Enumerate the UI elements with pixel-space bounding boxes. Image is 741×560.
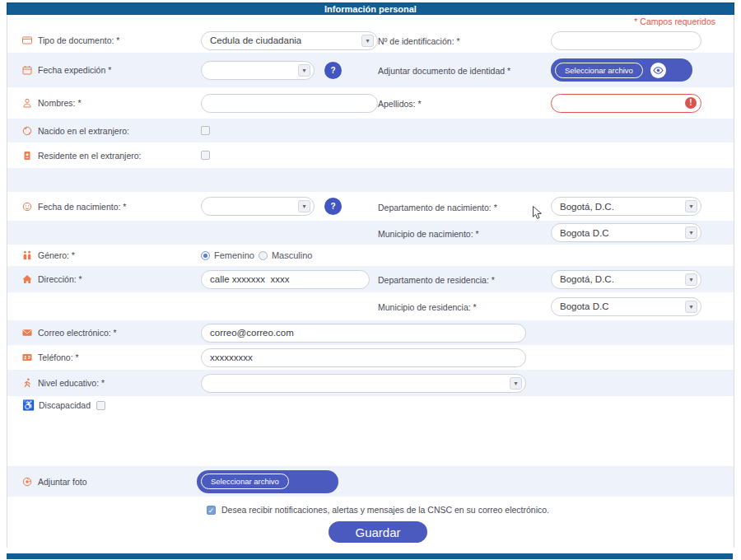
row-nivel-educativo: Nivel educativo: * ▾	[7, 370, 734, 396]
municipio-nacimiento-value: Bogota D.C	[560, 228, 608, 238]
spacer-white	[7, 414, 734, 466]
nombres-label: Nombres: *	[38, 98, 82, 108]
radio-femenino[interactable]	[201, 251, 210, 260]
row-nacimiento: Fecha de nacimiento: * ▾ ? Departamento …	[7, 192, 734, 221]
municipio-nacimiento-select[interactable]: Bogota D.C ▾	[551, 223, 701, 242]
adjuntar-documento-label: Adjuntar documento de identidad *	[378, 66, 510, 76]
fecha-nacimiento-select[interactable]: ▾	[201, 197, 315, 216]
row-genero: Género: * Femenino Masculino	[7, 245, 734, 266]
seleccionar-archivo-button[interactable]: Seleccionar archivo	[555, 63, 643, 78]
fecha-nacimiento-label: Fecha de nacimiento: *	[38, 202, 126, 212]
error-icon: !	[685, 97, 697, 109]
wheelchair-icon: ♿	[22, 400, 33, 410]
nivel-educativo-label: Nivel educativo: *	[38, 378, 105, 388]
row-notificaciones: ✓ Desea recibir notificaciones, alertas …	[7, 503, 734, 516]
bottom-bar	[7, 553, 733, 559]
chevron-down-icon[interactable]: ▾	[298, 64, 310, 77]
fecha-expedicion-select[interactable]: ▾	[201, 61, 315, 80]
personal-info-form-page: { "header": { "title": "Información pers…	[0, 0, 741, 560]
nacido-extranjero-checkbox[interactable]	[201, 126, 210, 135]
row-adjuntar-foto: Adjuntar foto Seleccionar archivo	[7, 466, 734, 497]
fecha-expedicion-label: Fecha expedición *	[38, 65, 111, 75]
adjuntar-foto-label: Adjuntar foto	[38, 477, 87, 487]
num-identificacion-input[interactable]	[551, 31, 701, 50]
row-correo: Correo electrónico: *	[7, 320, 734, 345]
form-title-bar: Información personal	[7, 2, 734, 15]
row-municipio-nacimiento: Municipio de nacimiento: * Bogota D.C ▾	[7, 221, 734, 245]
departamento-nacimiento-value: Bogotá, D.C.	[560, 202, 614, 212]
row-expedicion: Fecha expedición * ▾ ? Adjuntar document…	[7, 53, 734, 87]
nivel-educativo-select[interactable]: ▾	[201, 374, 526, 393]
correo-label: Correo electrónico: *	[38, 328, 117, 338]
telefono-label: Teléfono: *	[38, 352, 79, 362]
form-panel: * Campos requeridos Tipo de documento: *…	[7, 15, 734, 548]
departamento-nacimiento-select[interactable]: Bogotá, D.C. ▾	[551, 197, 701, 216]
contact-card-icon	[22, 352, 32, 362]
save-button[interactable]: Guardar	[329, 521, 427, 543]
direccion-label: Dirección: *	[38, 274, 82, 284]
departamento-residencia-label: Departamento de residencia: *	[378, 275, 495, 285]
chevron-down-icon[interactable]: ▾	[298, 200, 310, 212]
camera-icon	[22, 477, 32, 487]
municipio-residencia-select[interactable]: Bogota D.C ▾	[551, 297, 701, 316]
row-residente-extranjero: Residente en el extranjero:	[7, 142, 734, 168]
departamento-residencia-value: Bogotá, D.C.	[560, 274, 614, 284]
apellidos-input[interactable]: !	[551, 94, 701, 113]
discapacidad-checkbox[interactable]	[96, 401, 105, 410]
tipo-documento-value: Cedula de ciudadania	[210, 35, 301, 45]
user-icon	[22, 98, 32, 108]
row-nombres: Nombres: * Apellidos: * !	[7, 87, 734, 119]
seleccionar-archivo-button[interactable]: Seleccionar archivo	[201, 474, 289, 489]
gender-icon	[22, 250, 32, 260]
radio-masculino-label: Masculino	[272, 250, 313, 260]
notificaciones-label: Desea recibir notificaciones, alertas y …	[221, 505, 549, 515]
row-nacido-extranjero: Nacido en el extranjero:	[7, 119, 734, 142]
chevron-down-icon[interactable]: ▾	[685, 200, 697, 212]
nombres-input[interactable]	[201, 94, 378, 113]
mail-icon	[22, 328, 32, 338]
discapacidad-label: Discapacidad	[39, 400, 91, 410]
globe-icon	[22, 126, 32, 136]
required-fields-note: * Campos requeridos	[634, 16, 715, 26]
residente-extranjero-label: Residente en el extranjero:	[38, 151, 142, 161]
id-card-icon	[22, 35, 32, 45]
radio-masculino[interactable]	[259, 251, 268, 260]
face-icon	[22, 202, 32, 212]
nacido-extranjero-label: Nacido en el extranjero:	[38, 126, 129, 136]
chevron-down-icon[interactable]: ▾	[685, 301, 697, 313]
calendar-icon	[22, 65, 32, 75]
tipo-documento-select[interactable]: Cedula de ciudadania ▾	[201, 31, 378, 50]
direccion-input[interactable]	[201, 270, 370, 289]
row-telefono: Teléfono: *	[7, 345, 734, 370]
tipo-documento-label: Tipo de documento: *	[38, 35, 119, 45]
chevron-down-icon[interactable]: ▾	[685, 226, 697, 239]
apellidos-label: Apellidos: *	[378, 99, 422, 109]
telefono-input[interactable]	[201, 348, 526, 367]
passport-icon	[22, 151, 32, 161]
eye-icon[interactable]	[650, 63, 666, 78]
home-icon	[22, 274, 32, 284]
radio-femenino-label: Femenino	[214, 250, 254, 260]
chevron-down-icon[interactable]: ▾	[361, 35, 374, 47]
num-identificacion-label: Nº de identificación: *	[378, 36, 460, 46]
departamento-nacimiento-label: Departamento de nacimiento: *	[378, 203, 497, 212]
row-guardar: Guardar	[7, 516, 734, 548]
chevron-down-icon[interactable]: ▾	[685, 273, 697, 286]
help-icon[interactable]: ?	[324, 198, 342, 215]
help-icon[interactable]: ?	[324, 62, 342, 79]
adjuntar-foto-upload: Seleccionar archivo	[197, 470, 338, 493]
residente-extranjero-checkbox[interactable]	[201, 151, 210, 160]
row-direccion: Dirección: * Departamento de residencia:…	[7, 266, 734, 292]
municipio-residencia-label: Municipio de residencia: *	[378, 302, 477, 312]
departamento-residencia-select[interactable]: Bogotá, D.C. ▾	[551, 270, 701, 289]
correo-input[interactable]	[201, 324, 526, 343]
municipio-nacimiento-label: Municipio de nacimiento: *	[378, 229, 479, 239]
page-title: Información personal	[324, 4, 417, 14]
genero-label: Género: *	[38, 250, 75, 260]
adjuntar-documento-upload: Seleccionar archivo	[551, 58, 692, 82]
education-icon	[22, 378, 32, 388]
row-municipio-residencia: Municipio de residencia: * Bogota D.C ▾	[7, 292, 734, 320]
notificaciones-checkbox[interactable]: ✓	[207, 506, 216, 515]
spacer-stripe	[7, 168, 734, 192]
chevron-down-icon[interactable]: ▾	[510, 377, 522, 390]
